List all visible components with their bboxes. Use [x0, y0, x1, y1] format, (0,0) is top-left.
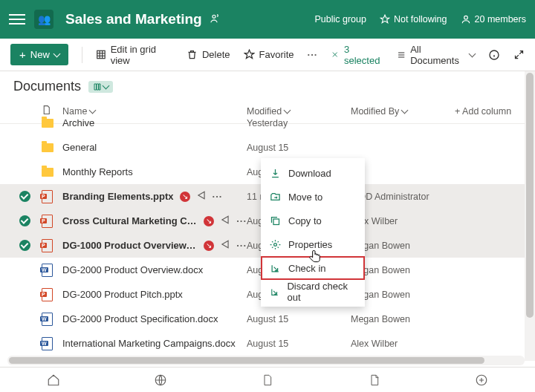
file-name[interactable]: Cross Cultural Marketing Ca...	[62, 215, 198, 226]
members-button[interactable]: 20 members	[461, 14, 526, 24]
powerpoint-icon	[42, 215, 53, 228]
selection-count[interactable]: 3 selected	[331, 44, 383, 66]
modified-by-cell: Megan Bowen	[351, 314, 455, 324]
modified-by-cell: Alex Wilber	[351, 339, 455, 349]
modified-cell: August 15	[247, 143, 351, 153]
folder-icon	[42, 168, 54, 177]
vertical-scrollbar[interactable]	[525, 71, 535, 361]
word-icon	[42, 313, 53, 326]
modified-by-cell: Megan Bowen	[351, 265, 455, 275]
checked-out-icon: ↘	[204, 216, 214, 226]
delete-button[interactable]: Delete	[187, 49, 230, 60]
info-button[interactable]	[488, 49, 500, 61]
cm-discard-check-out[interactable]: Discard check out	[261, 280, 365, 304]
share-icon[interactable]	[196, 190, 207, 203]
check-icon[interactable]	[19, 240, 30, 251]
svg-point-5	[274, 243, 277, 246]
file-name[interactable]: DG-2000 Product Specification.docx	[62, 313, 218, 324]
file-name[interactable]: General	[62, 142, 97, 153]
powerpoint-icon	[42, 239, 53, 252]
file-row[interactable]: International Marketing Campaigns.docxAu…	[0, 331, 535, 356]
name-column-header[interactable]: Name	[62, 106, 247, 117]
context-menu: Download Move to Copy to Properties Chec…	[261, 158, 365, 307]
divider	[82, 47, 82, 63]
file-name[interactable]: DG-1000 Product Overview.p...	[62, 240, 198, 251]
checked-out-icon: ↘	[180, 192, 190, 202]
favorite-button[interactable]: Favorite	[244, 49, 294, 60]
nav-page-icon[interactable]	[253, 373, 282, 387]
word-icon	[42, 264, 53, 277]
folder-icon	[42, 119, 54, 128]
file-list: Name Modified Modified By + Add column A…	[0, 99, 535, 392]
teams-icon[interactable]	[210, 13, 221, 27]
row-overflow-icon[interactable]: ···	[236, 240, 247, 251]
command-bar: + New Edit in grid view Delete Favorite …	[0, 39, 535, 71]
group-type-label: Public group	[314, 14, 366, 24]
svg-rect-4	[273, 219, 279, 225]
share-icon[interactable]	[220, 215, 230, 227]
word-icon	[42, 337, 53, 350]
new-button[interactable]: + New	[10, 44, 68, 65]
file-row[interactable]: DG-2000 Product Specification.docxAugust…	[0, 307, 535, 331]
modified-by-column-header[interactable]: Modified By	[351, 106, 455, 117]
nav-file-icon[interactable]	[360, 373, 389, 387]
powerpoint-icon	[42, 288, 53, 301]
svg-rect-2	[97, 50, 104, 58]
file-name[interactable]: DG-2000 Product Overview.docx	[62, 264, 203, 275]
view-switcher[interactable]: All Documents	[397, 44, 475, 66]
modified-cell: Yesterday	[247, 118, 351, 128]
modified-by-cell: Megan Bowen	[351, 290, 455, 300]
view-pill[interactable]	[88, 81, 113, 93]
modified-by-cell: Megan Bowen	[351, 241, 455, 251]
modified-by-cell: Alex Wilber	[351, 216, 455, 226]
modified-column-header[interactable]: Modified	[247, 106, 351, 117]
modified-by-cell: MOD Administrator	[351, 192, 455, 202]
file-name[interactable]: Archive	[62, 117, 94, 128]
cm-move-to[interactable]: Move to	[261, 185, 365, 209]
library-header: Documents	[0, 71, 535, 99]
cm-download[interactable]: Download	[261, 161, 365, 185]
row-overflow-icon[interactable]: ···	[236, 215, 247, 226]
site-header: 👥 Sales and Marketing Public group Not f…	[0, 0, 535, 39]
hamburger-icon[interactable]	[9, 11, 25, 27]
share-icon[interactable]	[220, 239, 230, 252]
nav-globe-icon[interactable]	[146, 373, 175, 387]
check-icon[interactable]	[19, 215, 30, 226]
row-overflow-icon[interactable]: ···	[213, 191, 223, 202]
check-icon[interactable]	[19, 191, 30, 202]
svg-point-0	[213, 15, 215, 18]
horizontal-scrollbar[interactable]	[7, 356, 525, 365]
svg-point-1	[464, 16, 467, 19]
bottom-nav	[0, 367, 535, 392]
overflow-button[interactable]: ···	[308, 49, 318, 60]
site-title: Sales and Marketing	[65, 11, 202, 27]
expand-button[interactable]	[513, 49, 525, 60]
checked-out-icon: ↘	[204, 241, 214, 251]
cm-copy-to[interactable]: Copy to	[261, 209, 365, 232]
file-name[interactable]: International Marketing Campaigns.docx	[62, 338, 236, 349]
site-logo[interactable]: 👥	[34, 10, 54, 29]
file-name[interactable]: Branding Elements.pptx	[62, 191, 174, 202]
nav-home-icon[interactable]	[39, 373, 68, 387]
edit-grid-button[interactable]: Edit in grid view	[96, 44, 173, 66]
follow-button[interactable]: Not following	[380, 14, 447, 24]
folder-icon	[42, 143, 54, 152]
powerpoint-icon	[42, 190, 53, 203]
modified-cell: August 15	[247, 314, 351, 324]
cursor-icon	[308, 249, 322, 269]
add-column-button[interactable]: + Add column	[455, 106, 535, 117]
file-row[interactable]: GeneralAugust 15	[0, 135, 535, 160]
modified-cell: August 15	[247, 339, 351, 349]
nav-add-icon[interactable]	[467, 373, 496, 387]
library-title: Documents	[13, 79, 81, 94]
file-name[interactable]: DG-2000 Product Pitch.pptx	[62, 289, 183, 300]
file-name[interactable]: Monthly Reports	[62, 166, 133, 177]
